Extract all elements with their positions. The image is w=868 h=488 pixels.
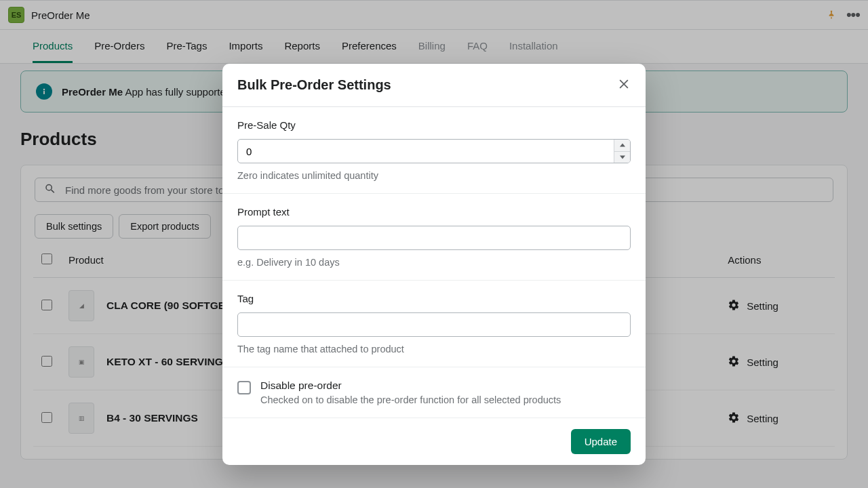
tag-label: Tag xyxy=(237,293,631,304)
presale-qty-help: Zero indicates unlimited quantity xyxy=(237,170,631,181)
tag-help: The tag name that attached to product xyxy=(237,344,631,354)
disable-preorder-label: Disable pre-order xyxy=(260,380,561,392)
modal-title: Bulk Pre-Order Settings xyxy=(237,77,391,93)
prompt-text-input[interactable] xyxy=(237,226,631,250)
prompt-text-label: Prompt text xyxy=(237,206,631,218)
prompt-text-help: e.g. Delivery in 10 days xyxy=(237,257,631,268)
tag-input[interactable] xyxy=(237,312,631,337)
modal-overlay[interactable]: Bulk Pre-Order Settings Pre-Sale Qty Zer… xyxy=(0,0,868,488)
bulk-settings-modal: Bulk Pre-Order Settings Pre-Sale Qty Zer… xyxy=(222,64,646,465)
qty-step-up[interactable] xyxy=(614,140,630,152)
disable-preorder-help: Checked on to disable the pre-order func… xyxy=(260,394,561,405)
presale-qty-label: Pre-Sale Qty xyxy=(237,119,631,131)
update-button[interactable]: Update xyxy=(571,429,631,454)
close-icon[interactable] xyxy=(617,77,631,93)
presale-qty-input[interactable] xyxy=(237,139,631,163)
disable-preorder-checkbox[interactable] xyxy=(237,381,251,394)
qty-step-down[interactable] xyxy=(614,152,630,163)
